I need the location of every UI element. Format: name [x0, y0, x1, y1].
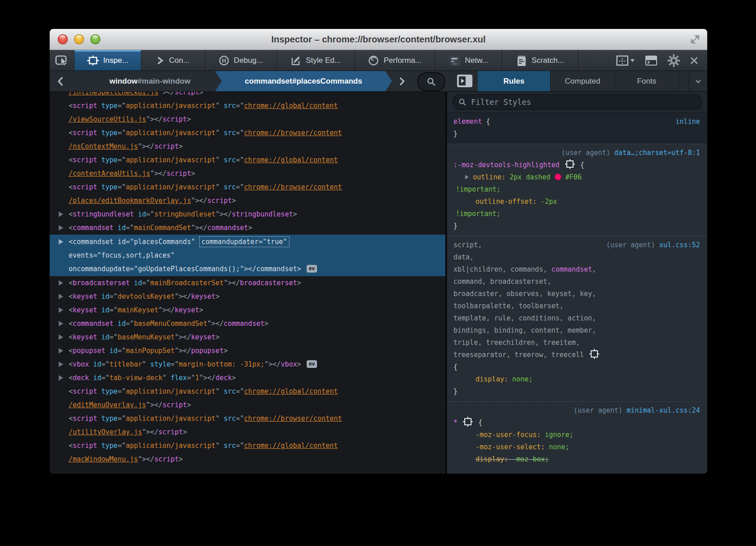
expand-twisty-icon[interactable]: [59, 348, 63, 353]
highlighted-attribute[interactable]: commandupdater="true": [199, 236, 289, 247]
attribute-url-link[interactable]: /inlineSpellCheckUI.js: [69, 92, 159, 96]
attribute-url-link[interactable]: chrome://browser/content: [244, 414, 342, 423]
css-rule-line[interactable]: treeseparator, treerow, treecell: [447, 349, 707, 361]
expand-twisty-icon[interactable]: [59, 225, 63, 231]
markup-line[interactable]: /utilityOverlay.js"></script>: [50, 425, 445, 439]
css-rule-line[interactable]: {: [447, 361, 707, 373]
css-rule-line[interactable]: :-moz-devtools-highlighted {: [447, 159, 707, 171]
tab-fonts[interactable]: Fonts: [615, 71, 679, 91]
markup-line[interactable]: <keyset id="devtoolsKeyset"></keyset>: [50, 290, 445, 303]
css-rule-line[interactable]: (user agent) data…;charset=utf-8:1: [447, 147, 707, 159]
tab-debugger[interactable]: Debug...: [205, 50, 277, 71]
markup-line[interactable]: <script type="application/javascript" sr…: [50, 99, 445, 113]
rule-source-link[interactable]: (user agent) data…;charset=utf-8:1: [561, 147, 700, 159]
css-rule-line[interactable]: bindings, binding, content, member,: [447, 325, 707, 337]
css-rule-line[interactable]: !important;: [447, 184, 707, 196]
zoom-window-button[interactable]: [90, 34, 100, 44]
expand-sidebar-button[interactable]: [457, 75, 472, 87]
breadcrumb-item-window[interactable]: window#main-window: [82, 71, 218, 91]
markup-line[interactable]: events="focus,sort,places": [50, 249, 445, 262]
markup-line[interactable]: <stringbundleset id="stringbundleset"></…: [50, 207, 445, 221]
tab-network[interactable]: Netw...: [435, 50, 502, 71]
rule-source-link[interactable]: (user agent) xul.css:52: [606, 239, 700, 251]
attribute-url-link[interactable]: chrome://browser/content: [244, 183, 342, 191]
css-rule-line[interactable]: }: [447, 128, 707, 140]
markup-line[interactable]: /inlineSpellCheckUI.js"></script>: [50, 92, 445, 99]
markup-line[interactable]: <script type="application/javascript" sr…: [50, 385, 445, 398]
attribute-url-link[interactable]: /editMenuOverlay.js: [69, 401, 146, 409]
markup-line[interactable]: <broadcasterset id="mainBroadcasterSet">…: [50, 276, 445, 290]
expand-twisty-icon[interactable]: [59, 334, 63, 340]
css-rule-line[interactable]: command, broadcasterset,: [447, 276, 707, 288]
css-rule-line[interactable]: broadcaster, observes, keyset, key,: [447, 288, 707, 300]
sidebar-more-tabs-button[interactable]: [689, 71, 707, 91]
markup-line[interactable]: oncommandupdate="goUpdatePlacesCommands(…: [50, 262, 445, 276]
tab-style-editor[interactable]: Style Ed...: [277, 50, 355, 71]
attribute-url-link[interactable]: /places/editBookmarkOverlay.js: [69, 197, 191, 205]
markup-line[interactable]: <script type="application/javascript" sr…: [50, 412, 445, 425]
attribute-url-link[interactable]: /viewSourceUtils.js: [69, 115, 146, 123]
attribute-url-link[interactable]: /nsContextMenu.js: [69, 142, 138, 151]
rule-source-link[interactable]: (user agent) minimal-xul.css:24: [574, 405, 700, 417]
tab-rules[interactable]: Rules: [478, 71, 551, 91]
filter-styles-box[interactable]: [453, 94, 702, 110]
markup-line[interactable]: <commandset id="mainCommandSet"></comman…: [50, 221, 445, 235]
css-rule-line[interactable]: toolbarpalette, toolbarset,: [447, 300, 707, 312]
tab-computed[interactable]: Computed: [551, 71, 615, 91]
expand-twisty-icon[interactable]: [59, 212, 63, 217]
tab-inspector[interactable]: Inspe...: [75, 50, 141, 71]
expand-twisty-icon[interactable]: [59, 307, 63, 313]
markup-line[interactable]: <commandset id="placesCommands" commandu…: [50, 235, 445, 249]
markup-line[interactable]: <script type="application/javascript" sr…: [50, 126, 445, 140]
css-rule-line[interactable]: (user agent) minimal-xul.css:24: [447, 405, 707, 417]
attribute-url-link[interactable]: /contentAreaUtils.js: [69, 169, 150, 178]
css-rule-line[interactable]: template, rule, conditions, action,: [447, 312, 707, 325]
color-swatch[interactable]: [555, 174, 561, 180]
css-rule-line[interactable]: display: -moz-box;: [447, 453, 707, 466]
stylesheet-source-link[interactable]: xul.css:52: [659, 241, 700, 249]
event-badge[interactable]: ev: [307, 265, 317, 273]
attribute-url-link[interactable]: chrome://global/content: [244, 102, 338, 110]
tab-performance[interactable]: Performa...: [355, 50, 435, 71]
filter-styles-input[interactable]: [470, 97, 696, 107]
highlighter-icon[interactable]: [566, 160, 574, 168]
tab-console[interactable]: Con...: [141, 50, 205, 71]
stylesheet-source-link[interactable]: data…;charset=utf-8:1: [614, 149, 700, 157]
minimize-window-button[interactable]: [74, 34, 84, 44]
css-rule-line[interactable]: }: [447, 386, 707, 398]
markup-line[interactable]: <commandset id="baseMenuCommandSet"></co…: [50, 317, 445, 330]
highlighter-icon[interactable]: [464, 418, 471, 425]
markup-line[interactable]: <vbox id="titlebar" style="margin-bottom…: [50, 358, 445, 371]
css-rule-line[interactable]: outline: 2px dashed #F06: [447, 171, 707, 184]
tab-scratchpad[interactable]: Scratch...: [502, 50, 579, 71]
settings-gear-button[interactable]: [667, 54, 680, 67]
selected-node-block[interactable]: <commandset id="placesCommands" commandu…: [50, 235, 445, 276]
expand-twisty-icon[interactable]: [59, 280, 63, 286]
markup-line[interactable]: /macWindowMenu.js"></script>: [50, 452, 445, 466]
markup-line[interactable]: /contentAreaUtils.js"></script>: [50, 167, 445, 180]
pick-element-button[interactable]: [50, 50, 75, 71]
markup-line[interactable]: /editMenuOverlay.js"></script>: [50, 398, 445, 412]
css-rule-line[interactable]: -moz-user-select: none;: [447, 441, 707, 453]
markup-line[interactable]: <script type="application/javascript" sr…: [50, 180, 445, 194]
css-rule-line[interactable]: script,(user agent) xul.css:52: [447, 239, 707, 251]
css-rule-line[interactable]: xbl|children, commands, commandset,: [447, 264, 707, 276]
expand-twisty-icon[interactable]: [59, 239, 63, 245]
attribute-url-link[interactable]: /macWindowMenu.js: [69, 455, 138, 463]
title-bar[interactable]: Inspector – chrome://browser/content/bro…: [50, 29, 707, 50]
split-console-button[interactable]: [645, 55, 658, 66]
css-rule-line[interactable]: outline-offset: -2px: [447, 196, 707, 208]
breadcrumb-forward-button[interactable]: [392, 71, 412, 91]
close-devtools-button[interactable]: [690, 56, 698, 65]
stylesheet-source-link[interactable]: inline: [676, 118, 700, 126]
css-rule-line[interactable]: triple, treechildren, treeitem,: [447, 337, 707, 349]
attribute-url-link[interactable]: /utilityOverlay.js: [69, 428, 142, 436]
expand-twisty-icon[interactable]: [59, 321, 63, 326]
rule-source-link[interactable]: inline: [676, 116, 700, 128]
markup-line[interactable]: <popupset id="mainPopupSet"></popupset>: [50, 344, 445, 358]
search-nodes-button[interactable]: [417, 72, 445, 91]
breadcrumb-item-commandset[interactable]: commandset#placesCommands: [215, 71, 392, 91]
markup-line[interactable]: <deck id="tab-view-deck" flex="1"></deck…: [50, 371, 445, 385]
css-rule-line[interactable]: display: none;: [447, 373, 707, 386]
expand-twisty-icon[interactable]: [59, 375, 63, 381]
